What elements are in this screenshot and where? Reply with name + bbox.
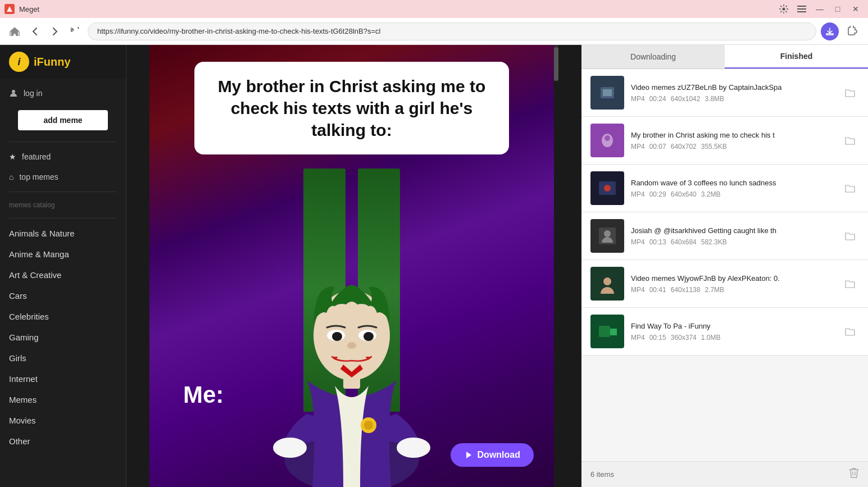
ifunny-logo: i [9,52,29,72]
joker-character [234,223,470,487]
tab-finished[interactable]: Finished [725,45,868,69]
svg-point-24 [605,135,610,141]
resolution: 640x640 [671,190,697,198]
download-meta: MP4 00:41 640x1138 2.7MB [631,286,834,294]
download-info: My brother in Christ asking me to check … [631,131,834,151]
download-info: Random wave of 3 coffees no lunch sadnes… [631,179,834,198]
speech-text: My brother in Christ asking me to check … [212,75,491,141]
scrollbar-thumb[interactable] [554,47,558,81]
sidebar-item-animals[interactable]: Animals & Nature [0,223,126,244]
sidebar-item-cars[interactable]: Cars [0,285,126,306]
size: 355.5KB [701,143,727,151]
speech-bubble: My brother in Christ asking me to check … [194,62,509,154]
format: MP4 [631,190,645,198]
download-thumbnail [590,315,624,348]
sidebar-item-featured[interactable]: ★ featured [0,147,126,167]
download-item[interactable]: My brother in Christ asking me to check … [581,117,868,165]
download-title: Video memes zUZ7BeLnB by CaptainJackSpa [631,83,834,92]
download-item[interactable]: Josiah @ @itsarkhived Getting caught lik… [581,212,868,260]
svg-point-32 [603,277,611,285]
sidebar-item-internet[interactable]: Internet [0,368,126,389]
browser-pane: i iFunny log in add meme ★ featured [0,45,581,487]
forward-button[interactable] [47,24,63,39]
brand-name: iFunny [34,56,71,69]
sidebar-item-movies[interactable]: Movies [0,410,126,431]
download-thumbnail [590,124,624,157]
download-item[interactable]: Find Way To Pa - iFunny MP4 00:15 360x37… [581,308,868,356]
duration: 00:41 [649,286,666,294]
format: MP4 [631,238,645,246]
svg-marker-18 [466,452,471,458]
open-folder-button[interactable] [841,322,859,340]
titlebar-left: Meget [4,4,39,14]
close-button[interactable]: ✕ [848,3,864,15]
download-item[interactable]: Random wave of 3 coffees no lunch sadnes… [581,165,868,212]
address-input[interactable] [88,22,816,40]
svg-point-5 [12,90,15,93]
addressbar [0,18,868,45]
tab-downloading[interactable]: Downloading [581,45,725,69]
address-download-button[interactable] [821,22,839,40]
resolution: 360x374 [671,334,697,342]
sidebar-item-memes[interactable]: Memes [0,389,126,410]
video-content: Me: My brother in Christ asking me to ch… [126,45,581,487]
joker-scene: Me: My brother in Christ asking me to ch… [149,45,554,487]
video-scrollbar[interactable] [554,45,558,81]
open-folder-button[interactable] [841,131,859,149]
svg-rect-4 [797,11,806,12]
size: 582.3KB [701,238,727,246]
sidebar-item-gaming[interactable]: Gaming [0,327,126,348]
download-info: Find Way To Pa - iFunny MP4 00:15 360x37… [631,322,834,342]
video-wrapper: Me: My brother in Christ asking me to ch… [149,45,554,487]
sidebar-nav: log in add meme ★ featured ⌂ top memes m… [0,79,126,456]
home-button[interactable] [7,24,22,39]
open-folder-button[interactable] [841,84,859,102]
resolution: 640x1138 [671,286,701,294]
open-folder-button[interactable] [841,179,859,197]
svg-point-30 [604,230,611,237]
download-item[interactable]: Video memes WjyowFJnB by AlexPKeaton: 0.… [581,260,868,308]
svg-point-14 [363,332,374,341]
maximize-button[interactable]: □ [830,3,846,15]
duration: 00:29 [649,190,666,198]
add-meme-button[interactable]: add meme [18,110,108,130]
size: 3.2MB [701,190,721,198]
sidebar-item-girls[interactable]: Girls [0,348,126,368]
open-folder-button[interactable] [841,227,859,245]
sidebar-item-top-memes[interactable]: ⌂ top memes [0,167,126,187]
delete-all-button[interactable] [849,467,859,481]
download-item[interactable]: Video memes zUZ7BeLnB by CaptainJackSpa … [581,69,868,117]
download-overlay-button[interactable]: Download [451,443,534,467]
sidebar-item-other[interactable]: Other [0,431,126,452]
items-count: 6 items [590,470,614,479]
svg-rect-35 [610,329,617,335]
download-title: Find Way To Pa - iFunny [631,322,834,330]
svg-point-1 [783,8,785,11]
right-panel: Downloading Finished Video memes zUZ7BeL… [581,45,868,487]
settings-button[interactable] [776,3,792,15]
download-meta: MP4 00:29 640x640 3.2MB [631,190,834,198]
resolution: 640x684 [671,238,697,246]
sidebar-item-anime[interactable]: Anime & Manga [0,244,126,265]
app-icon [4,4,15,14]
sidebar-item-art[interactable]: Art & Creative [0,265,126,285]
open-folder-button[interactable] [841,275,859,293]
download-title: Josiah @ @itsarkhived Getting caught lik… [631,226,834,235]
download-meta: MP4 00:07 640x702 355.5KB [631,143,834,151]
minimize-button[interactable]: — [812,3,828,15]
menu-button[interactable] [794,3,810,15]
back-button[interactable] [27,24,43,39]
extensions-button[interactable] [843,22,861,40]
download-info: Josiah @ @itsarkhived Getting caught lik… [631,226,834,246]
download-thumbnail [590,76,624,110]
catalog-label: memes catalog [0,197,126,213]
thumb-icon [590,267,624,301]
sidebar-item-celebrities[interactable]: Celebrities [0,306,126,327]
login-item[interactable]: log in [0,83,126,103]
duration: 00:13 [649,238,666,246]
format: MP4 [631,143,645,151]
svg-marker-0 [7,6,12,12]
duration: 00:15 [649,334,666,342]
refresh-button[interactable] [67,24,83,39]
resolution: 640x702 [671,143,697,151]
